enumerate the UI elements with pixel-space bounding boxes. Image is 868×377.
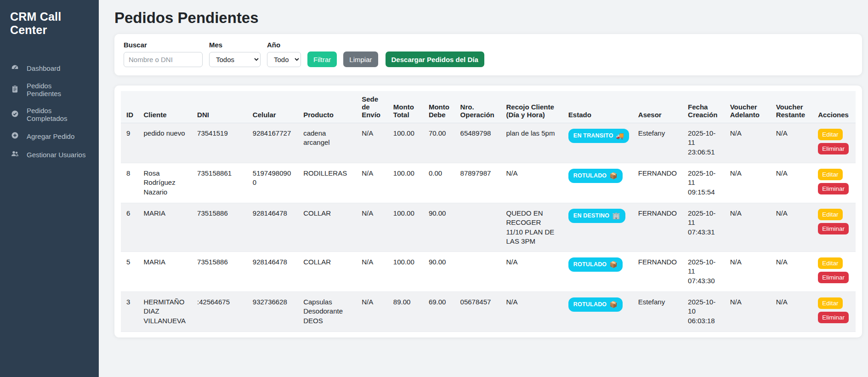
- cell-recojo: N/A: [501, 252, 563, 292]
- filter-button[interactable]: Filtrar: [307, 51, 337, 67]
- cell-estado: ROTULADO 📦: [563, 292, 633, 332]
- cell-voucher-adelanto: N/A: [725, 252, 771, 292]
- edit-button[interactable]: Editar: [818, 169, 842, 180]
- cell-acciones: Editar Eliminar: [812, 252, 856, 292]
- estado-label: ROTULADO: [573, 261, 607, 268]
- estado-badge: ROTULADO 📦: [568, 169, 623, 183]
- month-select[interactable]: Todos: [209, 52, 261, 67]
- cell-asesor: FERNANDO: [633, 163, 682, 203]
- cell-voucher-restante: N/A: [771, 292, 813, 332]
- estado-badge: ROTULADO 📦: [568, 257, 623, 272]
- cell-dni: 73541519: [192, 123, 247, 163]
- package-icon: 📦: [609, 260, 618, 269]
- delete-button[interactable]: Eliminar: [818, 272, 849, 283]
- cell-id: 9: [121, 123, 138, 163]
- col-fecha-creacion: Fecha Creación: [682, 91, 725, 123]
- cell-fecha: 2025-10-11 23:06:51: [682, 123, 725, 163]
- cell-monto-debe: 70.00: [423, 123, 455, 163]
- col-nro-operacion: Nro. Operación: [455, 91, 501, 123]
- cell-id: 6: [121, 203, 138, 252]
- cell-asesor: FERNANDO: [633, 252, 682, 292]
- cell-voucher-adelanto: N/A: [725, 123, 771, 163]
- col-monto-debe: Monto Debe: [423, 91, 455, 123]
- cell-acciones: Editar Eliminar: [812, 163, 856, 203]
- estado-label: EN DESTINO: [573, 212, 609, 220]
- cell-estado: EN DESTINO 🏢: [563, 203, 633, 252]
- estado-badge: EN TRANSITO 🚚: [568, 129, 629, 143]
- sidebar-item-pedidos-completados[interactable]: Pedidos Completados: [0, 102, 99, 127]
- orders-table: ID Cliente DNI Celular Producto Sede de …: [121, 91, 856, 332]
- estado-label: EN TRANSITO: [573, 132, 613, 140]
- cell-voucher-adelanto: N/A: [725, 292, 771, 332]
- delete-button[interactable]: Eliminar: [818, 223, 849, 234]
- table-row: 9 pedido nuevo 73541519 9284167727 caden…: [121, 123, 856, 163]
- cell-sede: N/A: [356, 292, 388, 332]
- cell-producto: COLLAR: [298, 203, 356, 252]
- edit-button[interactable]: Editar: [818, 129, 842, 140]
- table-header: ID Cliente DNI Celular Producto Sede de …: [121, 91, 856, 123]
- col-monto-total: Monto Total: [388, 91, 423, 123]
- cell-fecha: 2025-10-10 06:03:18: [682, 292, 725, 332]
- estado-label: ROTULADO: [573, 301, 607, 308]
- edit-button[interactable]: Editar: [818, 257, 842, 269]
- year-select[interactable]: Todos: [267, 52, 301, 67]
- edit-button[interactable]: Editar: [818, 297, 842, 309]
- cell-nro-operacion: 65489798: [455, 123, 501, 163]
- sidebar-item-pedidos-pendientes[interactable]: Pedidos Pendientes: [0, 77, 99, 102]
- col-dni: DNI: [192, 91, 247, 123]
- estado-label: ROTULADO: [573, 172, 607, 180]
- search-group: Buscar: [124, 41, 203, 67]
- cell-voucher-restante: N/A: [771, 123, 813, 163]
- month-label: Mes: [209, 41, 261, 49]
- cell-producto: RODILLERAS: [298, 163, 356, 203]
- search-input[interactable]: [124, 52, 203, 67]
- cell-acciones: Editar Eliminar: [812, 292, 856, 332]
- cell-monto-debe: 69.00: [423, 292, 455, 332]
- sidebar-item-dashboard[interactable]: Dashboard: [0, 59, 99, 77]
- cell-producto: COLLAR: [298, 252, 356, 292]
- cell-recojo: QUEDO EN RECOGER 11/10 PLAN DE LAS 3PM: [501, 203, 563, 252]
- sidebar-item-agregar-pedido[interactable]: Agregar Pedido: [0, 127, 99, 145]
- cell-sede: N/A: [356, 123, 388, 163]
- clear-button[interactable]: Limpiar: [343, 51, 378, 67]
- cell-recojo: N/A: [501, 292, 563, 332]
- year-label: Año: [267, 41, 301, 49]
- edit-button[interactable]: Editar: [818, 209, 842, 220]
- search-label: Buscar: [124, 41, 203, 49]
- app-brand: CRM Call Center: [0, 8, 99, 37]
- cell-sede: N/A: [356, 203, 388, 252]
- delete-button[interactable]: Eliminar: [818, 312, 849, 323]
- cell-asesor: Estefany: [633, 292, 682, 332]
- download-orders-button[interactable]: Descargar Pedidos del Día: [386, 51, 484, 67]
- cell-cliente: MARIA: [138, 203, 192, 252]
- delete-button[interactable]: Eliminar: [818, 143, 849, 154]
- sidebar: CRM Call Center Dashboard Pedidos Pendie…: [0, 0, 99, 377]
- table-row: 5 MARIA 73515886 928146478 COLLAR N/A 10…: [121, 252, 856, 292]
- sidebar-item-label: Agregar Pedido: [27, 132, 74, 140]
- cell-voucher-restante: N/A: [771, 163, 813, 203]
- check-circle-icon: [11, 110, 19, 119]
- cell-nro-operacion: [455, 203, 501, 252]
- delete-button[interactable]: Eliminar: [818, 183, 849, 194]
- table-row: 6 MARIA 73515886 928146478 COLLAR N/A 10…: [121, 203, 856, 252]
- cell-estado: ROTULADO 📦: [563, 252, 633, 292]
- cell-monto-debe: 90.00: [423, 203, 455, 252]
- cell-voucher-adelanto: N/A: [725, 203, 771, 252]
- cell-dni: 73515886: [192, 203, 247, 252]
- cell-voucher-adelanto: N/A: [725, 163, 771, 203]
- col-id: ID: [121, 91, 138, 123]
- cell-monto-debe: 0.00: [423, 163, 455, 203]
- sidebar-item-gestionar-usuarios[interactable]: Gestionar Usuarios: [0, 145, 99, 164]
- col-estado: Estado: [563, 91, 633, 123]
- cell-nro-operacion: 05678457: [455, 292, 501, 332]
- cell-monto-total: 100.00: [388, 163, 423, 203]
- cell-celular: 928146478: [247, 252, 298, 292]
- col-sede-envio: Sede de Envío: [356, 91, 388, 123]
- col-producto: Producto: [298, 91, 356, 123]
- cell-fecha: 2025-10-11 09:15:54: [682, 163, 725, 203]
- col-cliente: Cliente: [138, 91, 192, 123]
- cell-nro-operacion: 87897987: [455, 163, 501, 203]
- cell-asesor: FERNANDO: [633, 203, 682, 252]
- sidebar-item-label: Gestionar Usuarios: [27, 151, 85, 159]
- cell-recojo: N/A: [501, 163, 563, 203]
